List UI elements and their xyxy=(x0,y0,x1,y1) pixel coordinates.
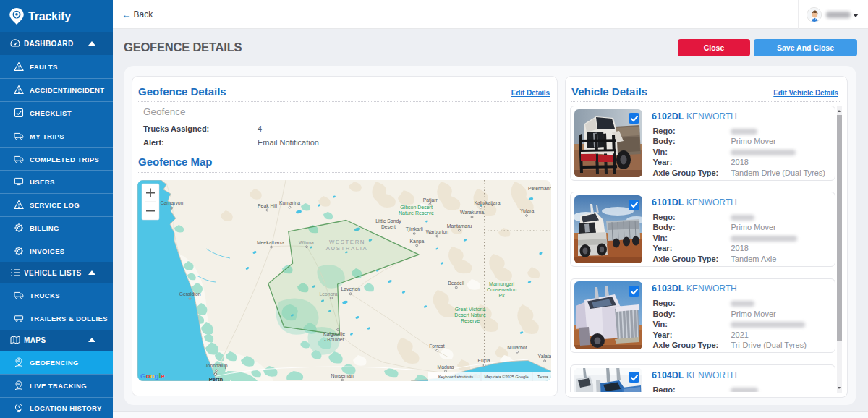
svg-text:Meekatharra: Meekatharra xyxy=(257,240,284,245)
svg-text:Madura: Madura xyxy=(437,364,454,370)
svg-text:Norseman: Norseman xyxy=(331,373,354,378)
svg-text:Laverton: Laverton xyxy=(341,286,361,291)
svg-text:Kumarina: Kumarina xyxy=(279,200,300,205)
svg-text:Yalata: Yalata xyxy=(538,354,551,359)
svg-text:Forrest: Forrest xyxy=(429,344,445,349)
svg-text:Wiluna: Wiluna xyxy=(299,240,314,245)
svg-text:AUSTRALIA: AUSTRALIA xyxy=(326,245,368,252)
svg-text:Leonora: Leonora xyxy=(320,291,338,297)
svg-text:Great Victoria: Great Victoria xyxy=(455,307,486,312)
svg-text:Google: Google xyxy=(140,372,165,380)
svg-text:Warburton: Warburton xyxy=(426,229,449,234)
svg-text:Kaltukatjara: Kaltukatjara xyxy=(475,200,501,206)
svg-text:Joondalup: Joondalup xyxy=(205,363,228,369)
svg-text:Gibson Desert: Gibson Desert xyxy=(400,205,433,210)
svg-text:Eucla: Eucla xyxy=(477,358,490,363)
svg-text:Tjirrkarli: Tjirrkarli xyxy=(406,226,424,232)
svg-text:Desert Nature: Desert Nature xyxy=(454,312,486,317)
svg-text:- Boulder: - Boulder xyxy=(324,337,344,342)
svg-text:Patjarr: Patjarr xyxy=(423,197,438,203)
svg-text:Terms: Terms xyxy=(537,375,548,379)
svg-text:Geraldton: Geraldton xyxy=(179,291,201,297)
svg-text:Peak Hill: Peak Hill xyxy=(258,203,277,208)
svg-text:Kanpa: Kanpa xyxy=(410,239,425,244)
svg-text:Mantamaru: Mantamaru xyxy=(447,223,472,229)
svg-text:Mamungari: Mamungari xyxy=(489,281,514,287)
svg-text:Warakurna: Warakurna xyxy=(460,210,484,215)
svg-text:Conservation: Conservation xyxy=(487,287,516,292)
svg-text:Perth: Perth xyxy=(209,376,224,381)
svg-text:Petermann: Petermann xyxy=(528,186,551,191)
svg-text:Desert: Desert xyxy=(381,224,396,229)
svg-text:Yulara: Yulara xyxy=(520,208,534,213)
svg-text:Keyboard shortcuts: Keyboard shortcuts xyxy=(438,375,473,379)
svg-text:Reserve: Reserve xyxy=(461,318,480,323)
svg-text:Nature Reserve: Nature Reserve xyxy=(399,210,434,216)
svg-text:WESTERN: WESTERN xyxy=(329,239,365,245)
svg-text:Nullarbor: Nullarbor xyxy=(507,345,527,350)
svg-text:Carnarvon: Carnarvon xyxy=(161,200,184,205)
svg-text:Pk: Pk xyxy=(499,293,506,298)
svg-text:Beadell: Beadell xyxy=(448,281,464,286)
svg-text:Map data ©2025 Google: Map data ©2025 Google xyxy=(484,375,528,379)
